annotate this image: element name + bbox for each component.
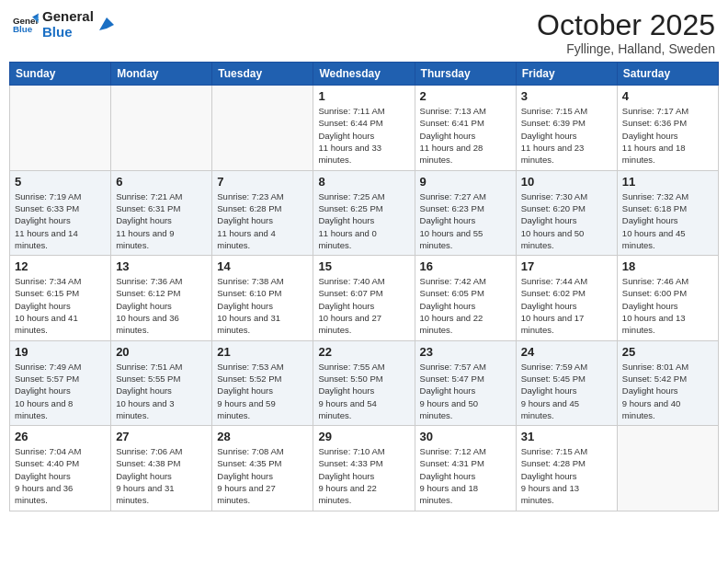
- day-number: 28: [217, 430, 308, 443]
- day-info: Sunrise: 7:42 AMSunset: 6:05 PMDaylight …: [420, 275, 511, 336]
- col-header-saturday: Saturday: [617, 63, 718, 86]
- day-info: Sunrise: 7:17 AMSunset: 6:36 PMDaylight …: [622, 105, 713, 166]
- day-number: 18: [622, 259, 713, 273]
- day-info: Sunrise: 7:32 AMSunset: 6:18 PMDaylight …: [622, 190, 713, 251]
- col-header-monday: Monday: [111, 63, 212, 86]
- col-header-sunday: Sunday: [10, 63, 111, 86]
- calendar-cell: 12Sunrise: 7:34 AMSunset: 6:15 PMDayligh…: [10, 256, 111, 340]
- day-info: Sunrise: 7:34 AMSunset: 6:15 PMDaylight …: [15, 275, 106, 336]
- calendar-cell: [111, 86, 212, 170]
- day-number: 26: [15, 430, 106, 443]
- calendar-cell: 16Sunrise: 7:42 AMSunset: 6:05 PMDayligh…: [415, 256, 516, 340]
- calendar-cell: 30Sunrise: 7:12 AMSunset: 4:31 PMDayligh…: [415, 426, 516, 511]
- day-number: 5: [15, 175, 106, 189]
- calendar-cell: 15Sunrise: 7:40 AMSunset: 6:07 PMDayligh…: [313, 256, 415, 340]
- day-info: Sunrise: 7:15 AMSunset: 6:39 PMDaylight …: [521, 105, 612, 166]
- title-block: October 2025 Fyllinge, Halland, Sweden: [537, 9, 715, 56]
- day-info: Sunrise: 7:53 AMSunset: 5:52 PMDaylight …: [217, 361, 308, 421]
- calendar-cell: 8Sunrise: 7:25 AMSunset: 6:25 PMDaylight…: [313, 170, 415, 255]
- day-number: 30: [420, 430, 511, 443]
- month-title: October 2025: [537, 9, 715, 41]
- svg-marker-4: [99, 17, 114, 30]
- day-number: 23: [420, 345, 511, 359]
- day-info: Sunrise: 7:15 AMSunset: 4:28 PMDaylight …: [521, 445, 612, 506]
- day-info: Sunrise: 8:01 AMSunset: 5:42 PMDaylight …: [622, 361, 713, 421]
- day-info: Sunrise: 7:12 AMSunset: 4:31 PMDaylight …: [420, 445, 511, 506]
- calendar-cell: 17Sunrise: 7:44 AMSunset: 6:02 PMDayligh…: [516, 256, 617, 340]
- day-number: 8: [318, 175, 409, 189]
- day-number: 10: [521, 175, 612, 189]
- day-info: Sunrise: 7:30 AMSunset: 6:20 PMDaylight …: [521, 190, 612, 251]
- day-number: 15: [318, 259, 409, 273]
- calendar-cell: 6Sunrise: 7:21 AMSunset: 6:31 PMDaylight…: [111, 170, 212, 255]
- day-number: 9: [420, 175, 511, 189]
- day-number: 11: [622, 175, 713, 189]
- day-info: Sunrise: 7:21 AMSunset: 6:31 PMDaylight …: [116, 190, 207, 251]
- day-number: 13: [116, 259, 207, 273]
- day-info: Sunrise: 7:27 AMSunset: 6:23 PMDaylight …: [420, 190, 511, 251]
- calendar-cell: 19Sunrise: 7:49 AMSunset: 5:57 PMDayligh…: [10, 340, 111, 425]
- day-number: 24: [521, 345, 612, 359]
- day-number: 7: [217, 175, 308, 189]
- day-info: Sunrise: 7:11 AMSunset: 6:44 PMDaylight …: [318, 105, 409, 166]
- day-info: Sunrise: 7:25 AMSunset: 6:25 PMDaylight …: [318, 190, 409, 251]
- col-header-tuesday: Tuesday: [212, 63, 313, 86]
- calendar-cell: 29Sunrise: 7:10 AMSunset: 4:33 PMDayligh…: [313, 426, 415, 511]
- location-subtitle: Fyllinge, Halland, Sweden: [537, 41, 715, 56]
- day-info: Sunrise: 7:36 AMSunset: 6:12 PMDaylight …: [116, 275, 207, 336]
- day-number: 19: [15, 345, 106, 359]
- day-info: Sunrise: 7:10 AMSunset: 4:33 PMDaylight …: [318, 445, 409, 506]
- day-info: Sunrise: 7:13 AMSunset: 6:41 PMDaylight …: [420, 105, 511, 166]
- day-info: Sunrise: 7:40 AMSunset: 6:07 PMDaylight …: [318, 275, 409, 336]
- day-info: Sunrise: 7:49 AMSunset: 5:57 PMDaylight …: [15, 361, 106, 421]
- calendar-cell: 25Sunrise: 8:01 AMSunset: 5:42 PMDayligh…: [617, 340, 718, 425]
- day-number: 6: [116, 175, 207, 189]
- logo: General Blue General Blue: [13, 9, 116, 40]
- day-info: Sunrise: 7:38 AMSunset: 6:10 PMDaylight …: [217, 275, 308, 336]
- calendar-cell: 10Sunrise: 7:30 AMSunset: 6:20 PMDayligh…: [516, 170, 617, 255]
- day-info: Sunrise: 7:44 AMSunset: 6:02 PMDaylight …: [521, 275, 612, 336]
- day-info: Sunrise: 7:23 AMSunset: 6:28 PMDaylight …: [217, 190, 308, 251]
- calendar-cell: 14Sunrise: 7:38 AMSunset: 6:10 PMDayligh…: [212, 256, 313, 340]
- day-number: 17: [521, 259, 612, 273]
- calendar-week-row: 5Sunrise: 7:19 AMSunset: 6:33 PMDaylight…: [10, 170, 719, 255]
- calendar-cell: 5Sunrise: 7:19 AMSunset: 6:33 PMDaylight…: [10, 170, 111, 255]
- logo-blue: Blue: [42, 25, 94, 40]
- day-info: Sunrise: 7:06 AMSunset: 4:38 PMDaylight …: [116, 445, 207, 506]
- calendar-table: SundayMondayTuesdayWednesdayThursdayFrid…: [9, 62, 719, 511]
- calendar-cell: 27Sunrise: 7:06 AMSunset: 4:38 PMDayligh…: [111, 426, 212, 511]
- calendar-cell: 11Sunrise: 7:32 AMSunset: 6:18 PMDayligh…: [617, 170, 718, 255]
- day-number: 21: [217, 345, 308, 359]
- day-number: 12: [15, 259, 106, 273]
- calendar-cell: 31Sunrise: 7:15 AMSunset: 4:28 PMDayligh…: [516, 426, 617, 511]
- calendar-cell: 22Sunrise: 7:55 AMSunset: 5:50 PMDayligh…: [313, 340, 415, 425]
- calendar-cell: [10, 86, 111, 170]
- day-info: Sunrise: 7:55 AMSunset: 5:50 PMDaylight …: [318, 361, 409, 421]
- logo-icon: General Blue: [13, 12, 39, 38]
- day-number: 4: [622, 89, 713, 103]
- day-number: 22: [318, 345, 409, 359]
- calendar-cell: 1Sunrise: 7:11 AMSunset: 6:44 PMDaylight…: [313, 86, 415, 170]
- day-number: 14: [217, 259, 308, 273]
- calendar-cell: [212, 86, 313, 170]
- day-number: 25: [622, 345, 713, 359]
- day-info: Sunrise: 7:51 AMSunset: 5:55 PMDaylight …: [116, 361, 207, 421]
- calendar-week-row: 19Sunrise: 7:49 AMSunset: 5:57 PMDayligh…: [10, 340, 719, 425]
- calendar-cell: 20Sunrise: 7:51 AMSunset: 5:55 PMDayligh…: [111, 340, 212, 425]
- calendar-cell: 21Sunrise: 7:53 AMSunset: 5:52 PMDayligh…: [212, 340, 313, 425]
- day-number: 20: [116, 345, 207, 359]
- day-info: Sunrise: 7:08 AMSunset: 4:35 PMDaylight …: [217, 445, 308, 506]
- day-info: Sunrise: 7:57 AMSunset: 5:47 PMDaylight …: [420, 361, 511, 421]
- calendar-week-row: 12Sunrise: 7:34 AMSunset: 6:15 PMDayligh…: [10, 256, 719, 340]
- day-info: Sunrise: 7:19 AMSunset: 6:33 PMDaylight …: [15, 190, 106, 251]
- calendar-cell: 13Sunrise: 7:36 AMSunset: 6:12 PMDayligh…: [111, 256, 212, 340]
- day-info: Sunrise: 7:04 AMSunset: 4:40 PMDaylight …: [15, 445, 106, 506]
- calendar-cell: 28Sunrise: 7:08 AMSunset: 4:35 PMDayligh…: [212, 426, 313, 511]
- col-header-wednesday: Wednesday: [313, 63, 415, 86]
- day-number: 16: [420, 259, 511, 273]
- calendar-cell: 7Sunrise: 7:23 AMSunset: 6:28 PMDaylight…: [212, 170, 313, 255]
- day-info: Sunrise: 7:46 AMSunset: 6:00 PMDaylight …: [622, 275, 713, 336]
- calendar-cell: [617, 426, 718, 511]
- svg-text:Blue: Blue: [13, 24, 33, 34]
- calendar-week-row: 26Sunrise: 7:04 AMSunset: 4:40 PMDayligh…: [10, 426, 719, 511]
